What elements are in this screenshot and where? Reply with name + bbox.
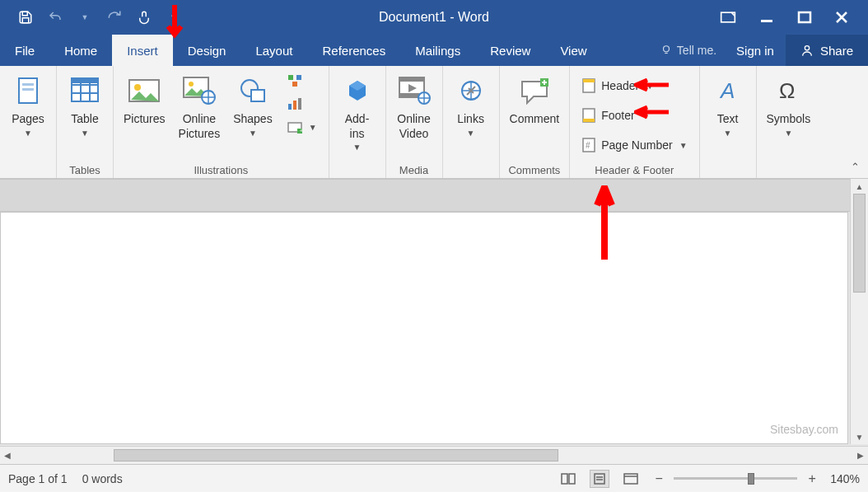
horizontal-scroll-track[interactable] [15, 447, 853, 464]
undo-dropdown-icon[interactable]: ▼ [76, 8, 94, 26]
screenshot-button[interactable]: +▼ [284, 119, 320, 135]
chart-button[interactable] [284, 96, 320, 112]
vertical-scroll-thumb[interactable] [853, 194, 866, 293]
svg-text:A: A [719, 78, 735, 103]
page-number-label: Page Number [601, 138, 672, 152]
zoom-in-button[interactable]: + [805, 471, 819, 486]
touch-mode-icon[interactable] [135, 8, 153, 26]
text-button[interactable]: A Text ▼ [705, 69, 751, 141]
tab-review[interactable]: Review [475, 35, 545, 66]
qat-customize-icon[interactable]: ▼ [165, 8, 183, 26]
horizontal-scroll-thumb[interactable] [114, 449, 558, 462]
header-label: Header [601, 79, 639, 92]
chevron-down-icon: ▼ [724, 129, 732, 138]
svg-rect-49 [569, 474, 575, 484]
chevron-down-icon: ▼ [249, 129, 257, 138]
window-controls [720, 10, 868, 25]
online-pictures-label: Online Pictures [179, 112, 221, 141]
horizontal-scrollbar[interactable]: ◀ ▶ [0, 446, 868, 464]
sign-in-button[interactable]: Sign in [725, 35, 786, 66]
svg-point-17 [134, 84, 141, 91]
symbols-label: Symbols [767, 112, 811, 127]
tab-references[interactable]: References [307, 35, 400, 66]
pages-button[interactable]: Pages ▼ [5, 69, 51, 141]
online-video-button[interactable]: Online Video [391, 69, 437, 144]
title-bar: ▼ ▼ Document1 - Word [0, 0, 868, 35]
tell-me-search[interactable]: Tell me. [652, 35, 725, 66]
group-addins: Add- ins ▼ [329, 66, 386, 178]
ribbon-display-options-icon[interactable] [720, 11, 736, 24]
smartart-button[interactable] [284, 73, 320, 89]
redo-icon[interactable] [105, 8, 124, 26]
web-layout-button[interactable] [621, 470, 641, 488]
svg-rect-9 [22, 88, 34, 91]
pictures-button[interactable]: Pictures [119, 69, 170, 130]
tab-file[interactable]: File [0, 35, 49, 66]
svg-rect-1 [22, 18, 29, 23]
page-icon [16, 77, 40, 105]
scroll-right-icon[interactable]: ▶ [853, 451, 868, 460]
symbols-button[interactable]: Ω Symbols ▼ [762, 69, 816, 141]
links-label: Links [457, 112, 484, 127]
scroll-left-icon[interactable]: ◀ [0, 451, 15, 460]
tab-view[interactable]: View [545, 35, 601, 66]
links-button[interactable]: Links ▼ [448, 69, 494, 141]
svg-rect-33 [399, 77, 424, 82]
word-count[interactable]: 0 words [82, 472, 123, 485]
page-number-button[interactable]: # Page Number▼ [578, 135, 690, 155]
tab-design[interactable]: Design [173, 35, 241, 66]
group-pages: Pages ▼ [0, 66, 57, 178]
page-status[interactable]: Page 1 of 1 [8, 472, 68, 485]
svg-rect-15 [72, 78, 98, 83]
scroll-up-icon[interactable]: ▲ [851, 179, 868, 194]
minimize-icon[interactable] [759, 10, 774, 25]
print-layout-button[interactable] [590, 470, 609, 488]
addins-button[interactable]: Add- ins ▼ [334, 69, 380, 155]
vertical-scrollbar[interactable]: ▲ ▼ [850, 179, 868, 444]
svg-rect-0 [22, 12, 27, 16]
zoom-track[interactable] [674, 477, 797, 480]
undo-icon[interactable] [46, 8, 64, 26]
document-title: Document1 - Word [379, 10, 489, 25]
chevron-down-icon: ▼ [24, 129, 32, 138]
group-label-symbols [762, 161, 816, 178]
table-button[interactable]: Table ▼ [62, 69, 108, 141]
save-icon[interactable] [16, 8, 35, 26]
collapse-ribbon-icon[interactable]: ⌃ [851, 161, 860, 173]
tab-layout[interactable]: Layout [240, 35, 307, 66]
ribbon: Pages ▼ Table ▼ Tables Pictures Online P… [0, 66, 868, 179]
share-button[interactable]: Share [786, 35, 868, 66]
header-button[interactable]: Header▼ [578, 76, 690, 96]
table-icon [70, 77, 100, 105]
scroll-down-icon[interactable]: ▼ [851, 429, 868, 444]
chevron-down-icon: ▼ [784, 129, 792, 138]
online-pictures-button[interactable]: Online Pictures [174, 69, 226, 144]
addins-label: Add- ins [345, 112, 370, 141]
zoom-out-button[interactable]: − [652, 471, 665, 486]
tab-mailings[interactable]: Mailings [400, 35, 475, 66]
ribbon-tabs: File Home Insert Design Layout Reference… [0, 35, 868, 66]
svg-rect-53 [624, 474, 637, 484]
close-icon[interactable] [835, 11, 848, 24]
group-illustrations: Pictures Online Pictures Shapes ▼ +▼ Ill… [114, 66, 329, 178]
comment-button[interactable]: Comment [505, 69, 565, 130]
group-links: Links ▼ [443, 66, 500, 178]
read-mode-button[interactable] [558, 470, 578, 488]
tab-insert[interactable]: Insert [112, 35, 173, 66]
chart-icon [287, 97, 302, 110]
comment-label: Comment [510, 112, 560, 127]
chevron-down-icon: ▼ [81, 129, 89, 138]
tab-home[interactable]: Home [49, 35, 112, 66]
web-layout-icon [623, 473, 638, 485]
document-page[interactable] [0, 212, 848, 444]
svg-rect-22 [251, 90, 264, 101]
maximize-icon[interactable] [797, 11, 812, 24]
zoom-level[interactable]: 140% [830, 472, 860, 485]
zoom-thumb[interactable] [748, 473, 754, 485]
group-label-addins [334, 161, 380, 178]
svg-rect-50 [595, 474, 604, 484]
shapes-button[interactable]: Shapes ▼ [228, 69, 277, 141]
svg-rect-28 [298, 98, 301, 110]
svg-rect-48 [562, 474, 567, 484]
footer-button[interactable]: Footer▼ [578, 105, 690, 125]
